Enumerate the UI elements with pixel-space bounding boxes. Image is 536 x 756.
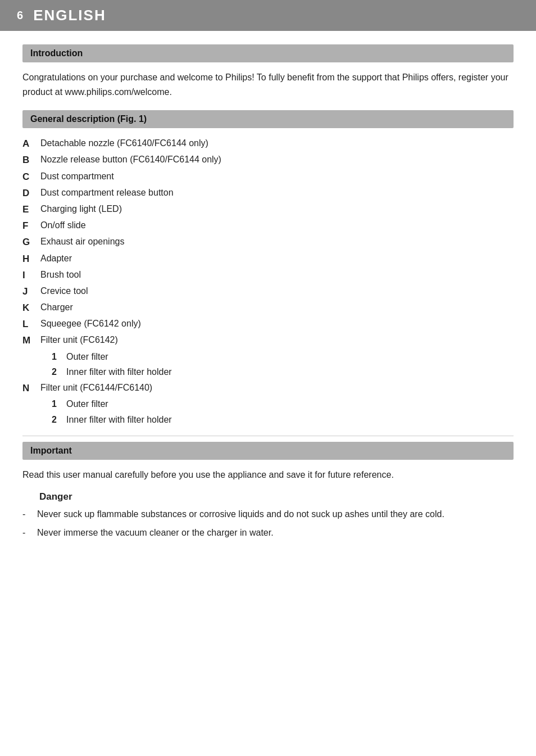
list-item: KCharger — [22, 300, 514, 315]
page-header: 6 ENGLISH — [0, 0, 536, 31]
page-wrapper: 6 ENGLISH Introduction Congratulations o… — [0, 0, 536, 756]
item-description: Filter unit (FC6144/FC6140) — [40, 381, 152, 395]
general-description-list-container: ADetachable nozzle (FC6140/FC6144 only)B… — [22, 136, 514, 427]
item-letter: C — [22, 169, 38, 184]
item-letter: M — [22, 333, 38, 348]
item-letter: H — [22, 251, 38, 266]
danger-item-text: Never suck up flammable substances or co… — [37, 507, 444, 522]
general-description-section-header: General description (Fig. 1) — [22, 110, 514, 128]
list-item: 1Outer filter — [52, 397, 514, 411]
list-item: LSqueegee (FC6142 only) — [22, 316, 514, 332]
list-item: CDust compartment — [22, 169, 514, 184]
section-divider — [22, 436, 514, 436]
list-item: MFilter unit (FC6142) — [22, 333, 514, 348]
item-letter: J — [22, 284, 38, 299]
item-letter: I — [22, 268, 38, 283]
item-letter: B — [22, 152, 38, 168]
page-number: 6 — [17, 9, 23, 22]
item-letter: L — [22, 316, 38, 332]
item-letter: E — [22, 202, 38, 217]
list-item: NFilter unit (FC6144/FC6140) — [22, 381, 514, 396]
list-item: 2Inner filter with filter holder — [52, 365, 514, 379]
item-description: Charging light (LED) — [40, 202, 122, 216]
page-language: ENGLISH — [33, 7, 106, 24]
danger-item-text: Never immerse the vacuum cleaner or the … — [37, 526, 274, 540]
danger-dash: - — [22, 507, 35, 522]
danger-dash: - — [22, 526, 35, 540]
item-letter: A — [22, 136, 38, 151]
sub-item-number: 1 — [52, 397, 64, 411]
general-description-list: ADetachable nozzle (FC6140/FC6144 only)B… — [22, 136, 514, 427]
sub-item-description: Outer filter — [66, 397, 108, 411]
item-description: Squeegee (FC6142 only) — [40, 316, 141, 331]
introduction-title: Introduction — [30, 48, 83, 58]
list-item: JCrevice tool — [22, 284, 514, 299]
important-section-header: Important — [22, 442, 514, 460]
danger-title: Danger — [39, 491, 514, 503]
sub-item-description: Inner filter with filter holder — [66, 365, 172, 379]
item-letter: K — [22, 300, 38, 315]
item-description: Exhaust air openings — [40, 234, 124, 249]
item-description: Filter unit (FC6142) — [40, 333, 118, 347]
item-description: Nozzle release button (FC6140/FC6144 onl… — [40, 152, 221, 167]
list-item: IBrush tool — [22, 268, 514, 283]
general-description-title: General description (Fig. 1) — [30, 114, 147, 124]
introduction-section-header: Introduction — [22, 44, 514, 62]
danger-list: -Never suck up flammable substances or c… — [22, 507, 514, 540]
item-description: Dust compartment release button — [40, 185, 174, 200]
sub-item-number: 1 — [52, 350, 64, 364]
item-description: Crevice tool — [40, 284, 88, 298]
list-item: BNozzle release button (FC6140/FC6144 on… — [22, 152, 514, 168]
list-item: FOn/off slide — [22, 218, 514, 233]
introduction-body: Congratulations on your purchase and wel… — [22, 70, 514, 99]
list-item: ADetachable nozzle (FC6140/FC6144 only) — [22, 136, 514, 151]
list-item: ECharging light (LED) — [22, 202, 514, 217]
item-description: Charger — [40, 300, 73, 315]
important-body: Read this user manual carefully before y… — [22, 468, 514, 482]
danger-list-item: -Never suck up flammable substances or c… — [22, 507, 514, 522]
item-description: Detachable nozzle (FC6140/FC6144 only) — [40, 136, 208, 151]
list-item: 1Outer filter — [52, 350, 514, 364]
sub-item-description: Outer filter — [66, 350, 108, 364]
list-item: GExhaust air openings — [22, 234, 514, 250]
sub-item-description: Inner filter with filter holder — [66, 413, 172, 427]
list-item: HAdapter — [22, 251, 514, 266]
item-description: Dust compartment — [40, 169, 114, 184]
list-item: 2Inner filter with filter holder — [52, 413, 514, 427]
item-description: Brush tool — [40, 268, 81, 282]
item-letter: G — [22, 234, 38, 250]
item-description: Adapter — [40, 251, 72, 266]
content-area: Introduction Congratulations on your pur… — [0, 31, 536, 562]
item-letter: D — [22, 185, 38, 201]
item-letter: F — [22, 218, 38, 233]
danger-list-item: -Never immerse the vacuum cleaner or the… — [22, 526, 514, 540]
sub-item-number: 2 — [52, 365, 64, 379]
list-item: DDust compartment release button — [22, 185, 514, 201]
item-letter: N — [22, 381, 38, 396]
item-description: On/off slide — [40, 218, 86, 233]
sub-item-number: 2 — [52, 413, 64, 427]
important-title: Important — [30, 446, 72, 455]
